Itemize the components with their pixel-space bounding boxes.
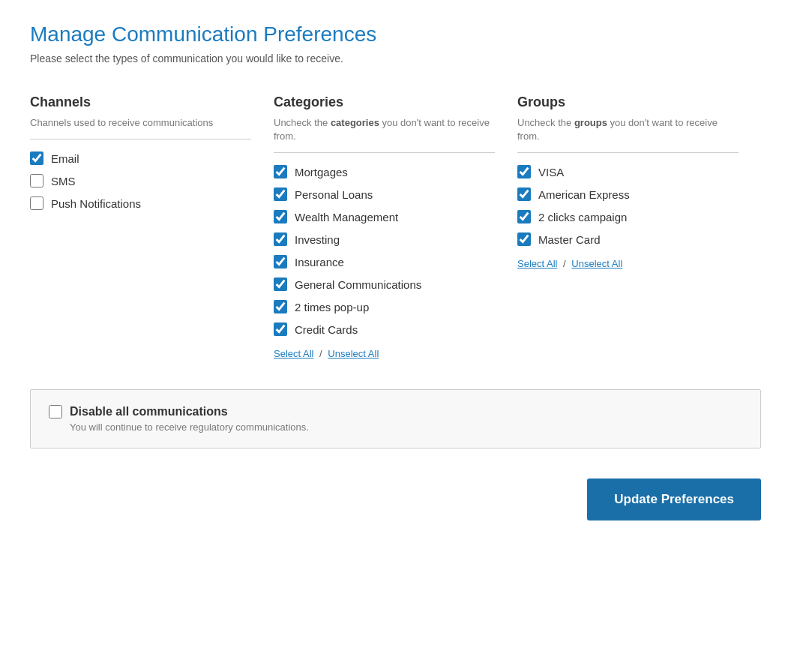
category-2times-popup-label: 2 times pop-up [295,301,369,314]
category-credit-cards-checkbox[interactable] [274,322,287,336]
disable-all-text: Disable all communications [70,405,228,418]
category-general-comms-checkbox[interactable] [274,278,287,291]
groups-desc-bold: groups [574,117,607,128]
channels-description: Channels used to receive communications [30,116,251,130]
category-investing[interactable]: Investing [274,232,495,246]
group-mastercard[interactable]: Master Card [517,232,739,246]
channel-email-checkbox[interactable] [30,152,43,165]
channel-sms-label: SMS [51,175,76,188]
disable-all-label[interactable]: Disable all communications [49,405,742,418]
page-subtitle: Please select the types of communication… [30,52,761,64]
groups-divider-slash: / [563,258,566,269]
category-wealth-management-checkbox[interactable] [274,210,287,224]
group-visa[interactable]: VISA [517,165,739,178]
categories-header: Categories [274,94,495,110]
disable-all-checkbox[interactable] [49,405,62,418]
group-2clicks-label: 2 clicks campaign [538,211,627,224]
category-credit-cards-label: Credit Cards [295,323,358,336]
category-general-comms-label: General Communications [295,278,421,291]
categories-divider [274,152,495,153]
categories-divider-slash: / [319,348,322,359]
category-insurance-checkbox[interactable] [274,255,287,268]
channel-email[interactable]: Email [30,152,251,165]
category-wealth-management-label: Wealth Management [295,211,398,224]
category-investing-label: Investing [295,233,340,246]
channel-push[interactable]: Push Notifications [30,196,251,210]
group-2clicks-checkbox[interactable] [517,210,531,224]
group-mastercard-checkbox[interactable] [517,232,531,246]
footer: Update Preferences [30,478,761,520]
channel-email-label: Email [51,152,79,165]
categories-select-all[interactable]: Select All [274,348,313,359]
disable-all-subtitle: You will continue to receive regulatory … [70,422,742,433]
group-visa-checkbox[interactable] [517,165,531,178]
channels-divider [30,139,251,140]
group-mastercard-label: Master Card [538,233,601,246]
categories-desc-bold: categories [331,117,379,128]
categories-unselect-all[interactable]: Unselect All [328,348,379,359]
channel-push-label: Push Notifications [51,197,141,210]
category-mortgages-label: Mortgages [295,166,348,178]
categories-select-links: Select All / Unselect All [274,348,495,359]
columns-container: Channels Channels used to receive commun… [30,94,761,359]
channel-sms-checkbox[interactable] [30,174,43,188]
category-insurance-label: Insurance [295,256,344,268]
category-insurance[interactable]: Insurance [274,255,495,268]
categories-column: Categories Uncheck the categories you do… [274,94,517,359]
disable-box: Disable all communications You will cont… [30,389,761,448]
category-mortgages-checkbox[interactable] [274,165,287,178]
group-amex-label: American Express [538,188,630,201]
categories-desc-prefix: Uncheck the [274,117,331,128]
groups-unselect-all[interactable]: Unselect All [571,258,622,269]
category-personal-loans-label: Personal Loans [295,188,373,201]
category-personal-loans-checkbox[interactable] [274,188,287,201]
channels-column: Channels Channels used to receive commun… [30,94,274,359]
groups-divider [517,152,739,153]
channels-header: Channels [30,94,251,110]
page-title: Manage Communication Preferences [30,22,761,46]
group-visa-label: VISA [538,166,564,178]
category-general-comms[interactable]: General Communications [274,278,495,291]
groups-select-links: Select All / Unselect All [517,258,739,269]
groups-header: Groups [517,94,739,110]
category-2times-popup[interactable]: 2 times pop-up [274,300,495,314]
channel-sms[interactable]: SMS [30,174,251,188]
group-2clicks[interactable]: 2 clicks campaign [517,210,739,224]
groups-description: Uncheck the groups you don't want to rec… [517,116,739,143]
category-credit-cards[interactable]: Credit Cards [274,322,495,336]
channel-push-checkbox[interactable] [30,196,43,210]
category-2times-popup-checkbox[interactable] [274,300,287,314]
group-amex[interactable]: American Express [517,188,739,201]
category-mortgages[interactable]: Mortgages [274,165,495,178]
category-personal-loans[interactable]: Personal Loans [274,188,495,201]
groups-column: Groups Uncheck the groups you don't want… [517,94,761,359]
categories-description: Uncheck the categories you don't want to… [274,116,495,143]
group-amex-checkbox[interactable] [517,188,531,201]
category-investing-checkbox[interactable] [274,232,287,246]
groups-select-all[interactable]: Select All [517,258,557,269]
category-wealth-management[interactable]: Wealth Management [274,210,495,224]
groups-desc-prefix: Uncheck the [517,117,574,128]
update-preferences-button[interactable]: Update Preferences [587,478,761,520]
